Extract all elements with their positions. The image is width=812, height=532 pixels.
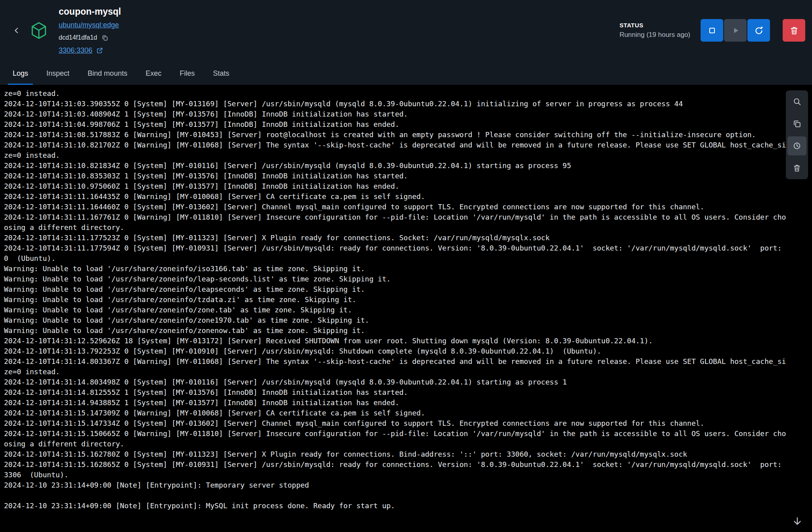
tab-exec[interactable]: Exec	[141, 63, 166, 85]
tab-files[interactable]: Files	[175, 63, 199, 85]
log-line: 2024-12-10T14:31:11.167761Z 0 [Warning] …	[4, 212, 812, 222]
header-right: STATUS Running (19 hours ago)	[619, 19, 805, 42]
log-line: 2024-12-10T14:31:15.150665Z 0 [Warning] …	[4, 429, 812, 439]
back-button[interactable]	[10, 23, 24, 38]
play-icon	[731, 26, 740, 35]
log-search-button[interactable]	[787, 92, 806, 111]
stop-button[interactable]	[701, 19, 723, 42]
log-line: osing a different directory.	[4, 222, 812, 233]
container-cube-icon	[29, 21, 48, 40]
log-line: 2024-12-10T14:31:10.821834Z 0 [System] […	[4, 161, 812, 171]
log-toolbar	[786, 90, 808, 179]
restart-icon	[754, 26, 764, 35]
log-line: 2024-12-10T14:31:13.792253Z 0 [System] […	[4, 346, 812, 356]
log-line: Warning: Unable to load '/usr/share/zone…	[4, 284, 812, 295]
tab-logs[interactable]: Logs	[8, 63, 33, 85]
image-link[interactable]: ubuntu/mysql:edge	[59, 20, 119, 30]
log-line: 2024-12-10T14:31:14.803367Z 0 [Warning] …	[4, 356, 812, 367]
log-line: 2024-12-10 23:31:14+09:00 [Note] [Entryp…	[4, 480, 812, 490]
log-line: 0 (Ubuntu).	[4, 253, 812, 264]
copy-container-id-button[interactable]	[101, 34, 109, 42]
log-line: 2024-12-10T14:31:08.517883Z 6 [Warning] …	[4, 130, 812, 140]
log-line: ze=0 instead.	[4, 88, 812, 99]
trash-icon	[793, 164, 801, 172]
tab-inspect[interactable]: Inspect	[42, 63, 74, 85]
delete-button[interactable]	[783, 19, 805, 42]
stop-icon	[707, 26, 717, 35]
log-line: 2024-12-10T14:31:15.147309Z 0 [Warning] …	[4, 408, 812, 418]
scroll-to-bottom-button[interactable]	[790, 514, 804, 528]
log-line: 3306 (Ubuntu).	[4, 470, 812, 480]
log-line: 2024-12-10T14:31:12.529626Z 18 [System] …	[4, 336, 812, 346]
log-line: osing a different directory.	[4, 439, 812, 449]
copy-icon	[102, 34, 108, 41]
port-row: 3306:3306	[59, 45, 121, 55]
port-link[interactable]: 3306:3306	[59, 45, 92, 55]
container-id: dcd14f1dfa1d	[59, 33, 97, 43]
log-line: Warning: Unable to load '/usr/share/zone…	[4, 274, 812, 284]
log-line: Warning: Unable to load '/usr/share/zone…	[4, 305, 812, 315]
log-copy-button[interactable]	[787, 114, 806, 133]
tab-bar: Logs Inspect Bind mounts Exec Files Stat…	[0, 63, 812, 85]
log-line: 2024-12-10T14:31:11.164435Z 0 [Warning] …	[4, 191, 812, 202]
log-line: Warning: Unable to load '/usr/share/zone…	[4, 264, 812, 274]
log-line: 2024-12-10T14:31:10.975060Z 1 [System] […	[4, 181, 812, 191]
status-label: STATUS	[619, 22, 690, 29]
trash-icon	[789, 26, 799, 35]
log-line: 2024-12-10T14:31:10.835303Z 1 [System] […	[4, 171, 812, 181]
log-line: 2024-12-10T14:31:11.177594Z 0 [System] […	[4, 243, 812, 253]
chevron-left-icon	[12, 26, 21, 35]
container-meta: coupon-mysql ubuntu/mysql:edge dcd14f1df…	[59, 6, 121, 55]
log-line	[4, 490, 812, 501]
log-line: 2024-12-10T14:31:14.803498Z 0 [System] […	[4, 377, 812, 387]
log-line: Warning: Unable to load '/usr/share/zone…	[4, 295, 812, 305]
log-line: Warning: Unable to load '/usr/share/zone…	[4, 325, 812, 336]
log-line: 2024-12-10T14:31:04.998706Z 1 [System] […	[4, 119, 812, 130]
log-line: 2024-12-10T14:31:10.821702Z 0 [Warning] …	[4, 140, 812, 150]
start-button[interactable]	[724, 19, 747, 42]
container-header: coupon-mysql ubuntu/mysql:edge dcd14f1df…	[0, 0, 812, 63]
log-line: 2024-12-10T14:31:11.164460Z 0 [System] […	[4, 202, 812, 212]
container-id-row: dcd14f1dfa1d	[59, 33, 121, 43]
log-line: 2024-12-10T14:31:11.177523Z 0 [System] […	[4, 233, 812, 243]
log-viewer: ze=0 instead.2024-12-10T14:31:03.390355Z…	[0, 85, 812, 532]
log-line: Warning: Unable to load '/usr/share/zone…	[4, 315, 812, 325]
status-value: Running (19 hours ago)	[619, 31, 690, 39]
log-timestamps-button[interactable]	[787, 136, 806, 155]
log-line: 2024-12-10T14:31:14.812555Z 1 [System] […	[4, 387, 812, 398]
external-link-icon[interactable]	[96, 47, 103, 54]
tab-stats[interactable]: Stats	[208, 63, 234, 85]
tab-bind-mounts[interactable]: Bind mounts	[83, 63, 132, 85]
log-clear-button[interactable]	[787, 159, 806, 178]
container-detail-view: coupon-mysql ubuntu/mysql:edge dcd14f1df…	[0, 0, 812, 532]
restart-button[interactable]	[747, 19, 770, 42]
log-line: ze=0 instead.	[4, 150, 812, 161]
log-line: ze=0 instead.	[4, 367, 812, 377]
log-line: 2024-12-10T14:31:03.408904Z 1 [System] […	[4, 109, 812, 119]
arrow-down-icon	[792, 516, 803, 527]
log-line: 2024-12-10 23:31:14+09:00 [Note] [Entryp…	[4, 501, 812, 511]
log-line: 2024-12-10T14:31:14.943885Z 1 [System] […	[4, 398, 812, 408]
clock-icon	[793, 142, 801, 150]
log-line: 2024-12-10T14:31:15.162865Z 0 [System] […	[4, 459, 812, 470]
status-block: STATUS Running (19 hours ago)	[619, 22, 690, 39]
copy-icon	[793, 119, 801, 128]
log-line: 2024-12-10T14:31:15.162780Z 0 [System] […	[4, 449, 812, 459]
log-lines: ze=0 instead.2024-12-10T14:31:03.390355Z…	[0, 85, 812, 511]
container-actions	[701, 19, 805, 42]
log-line: 2024-12-10T14:31:03.390355Z 0 [System] […	[4, 99, 812, 109]
search-icon	[793, 97, 801, 106]
container-title: coupon-mysql	[59, 6, 121, 17]
log-line: 2024-12-10T14:31:15.147334Z 0 [System] […	[4, 418, 812, 429]
